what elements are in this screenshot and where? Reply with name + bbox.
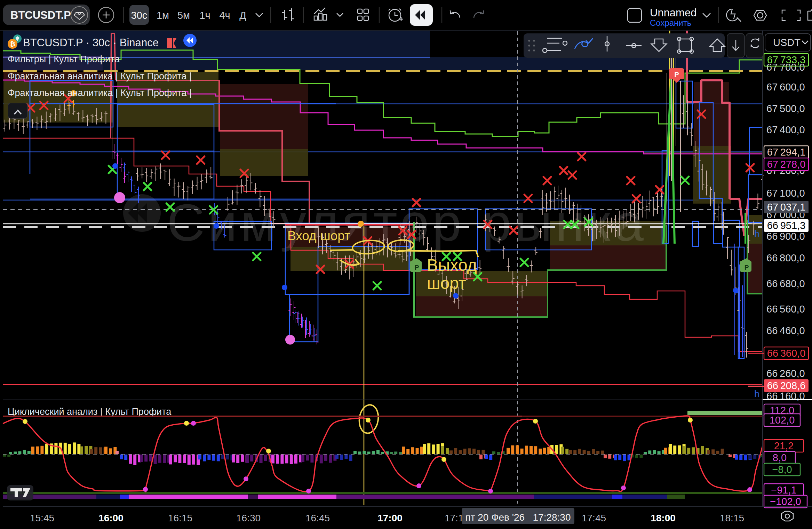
svg-text:Фрактальная аналитика | Культ: Фрактальная аналитика | Культ Профита | [8, 71, 192, 81]
svg-text:66 951,3: 66 951,3 [767, 220, 806, 231]
svg-text:−102,0: −102,0 [770, 496, 801, 507]
svg-text:P: P [415, 264, 419, 271]
svg-text:18:00: 18:00 [651, 513, 676, 523]
svg-text:Циклический анализ | Культ Про: Циклический анализ | Культ Профита [8, 406, 172, 417]
svg-text:h: h [754, 388, 759, 399]
svg-text:1ч: 1ч [199, 10, 210, 21]
svg-text:пт 20 Фев '26 17:28:30: пт 20 Фев '26 17:28:30 [465, 512, 571, 523]
svg-text:66 560,0: 66 560,0 [766, 303, 805, 315]
svg-text:Фрактальная аналитика | Культ: Фрактальная аналитика | Культ Профита | [8, 88, 192, 98]
svg-text:66 260,0: 66 260,0 [766, 368, 805, 379]
svg-text:30с: 30с [131, 10, 148, 21]
svg-text:−8,0: −8,0 [772, 464, 792, 475]
svg-text:P: P [745, 264, 749, 271]
svg-text:−91,1: −91,1 [771, 484, 796, 496]
svg-text:BTCUSDT.P: BTCUSDT.P [10, 9, 71, 21]
svg-text:4ч: 4ч [219, 10, 230, 21]
svg-text:67 037,1: 67 037,1 [767, 202, 806, 213]
svg-text:P: P [674, 71, 679, 78]
svg-text:66 900,0: 66 900,0 [766, 231, 805, 242]
svg-text:Сохранить: Сохранить [650, 18, 691, 27]
svg-text:17:45: 17:45 [582, 513, 606, 523]
svg-text:₿: ₿ [10, 40, 15, 48]
svg-text:67 294,1: 67 294,1 [767, 147, 806, 158]
svg-text:15:45: 15:45 [30, 513, 54, 523]
svg-text:16:15: 16:15 [168, 513, 192, 523]
svg-text:h: h [754, 228, 759, 239]
svg-text:67 100,0: 67 100,0 [766, 188, 805, 199]
svg-text:BTCUSDT.P · 30с · Binance: BTCUSDT.P · 30с · Binance [23, 37, 159, 49]
svg-text:67 600,0: 67 600,0 [766, 81, 805, 93]
svg-text:Д: Д [239, 10, 246, 21]
svg-text:Unnamed: Unnamed [650, 7, 696, 19]
svg-text:66 800,0: 66 800,0 [766, 252, 805, 263]
svg-text:66 460,0: 66 460,0 [766, 325, 805, 336]
svg-text:21,2: 21,2 [774, 440, 794, 451]
svg-text:Фильтры | Культ Профита: Фильтры | Культ Профита [8, 54, 120, 64]
svg-text:USDT: USDT [773, 37, 801, 48]
svg-text:8,0: 8,0 [773, 452, 787, 463]
svg-text:18:15: 18:15 [720, 513, 744, 523]
svg-text:17:00: 17:00 [377, 513, 403, 523]
svg-text:16:45: 16:45 [305, 513, 330, 523]
svg-text:Вход шорт: Вход шорт [287, 229, 350, 243]
svg-text:102,0: 102,0 [770, 414, 795, 426]
svg-text:Выход: Выход [427, 256, 477, 274]
svg-text:66 680,0: 66 680,0 [766, 278, 805, 289]
svg-text:67 733,3: 67 733,3 [767, 54, 806, 65]
svg-text:67 400,0: 67 400,0 [766, 124, 805, 135]
svg-text:66 160,0: 66 160,0 [766, 390, 805, 402]
svg-text:16:30: 16:30 [236, 513, 261, 523]
svg-text:67 278,0: 67 278,0 [767, 159, 806, 170]
svg-text:5м: 5м [177, 10, 190, 21]
svg-text:шорт: шорт [427, 274, 466, 292]
svg-text:16:00: 16:00 [98, 513, 124, 523]
svg-text:1м: 1м [157, 10, 169, 21]
svg-text:67 500,0: 67 500,0 [766, 103, 805, 114]
svg-text:66 208,6: 66 208,6 [767, 380, 806, 391]
svg-text:66 360,0: 66 360,0 [767, 348, 806, 359]
